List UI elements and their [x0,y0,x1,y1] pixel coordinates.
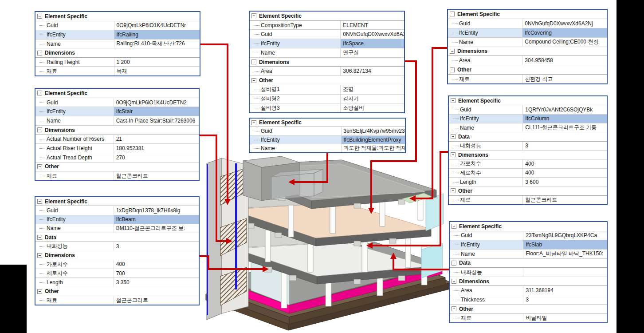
property-row-guid[interactable]: Guid0NVhGufqD0XwvxvXd6A2A2 [250,30,404,39]
section-header-other[interactable]: Other [250,76,404,85]
section-header-dimensions[interactable]: Dimensions [35,126,199,135]
property-row-item[interactable]: 세로치수400 [449,169,607,178]
collapse-minus-icon[interactable] [452,279,456,284]
collapse-minus-icon[interactable] [451,188,456,193]
property-row-ifcentity[interactable]: IfcEntityIfcCovering [448,28,607,38]
section-header-other[interactable]: Other [449,186,607,195]
section-header-element-specific[interactable]: Element Specific [450,222,607,231]
section-header-other[interactable]: Other [450,305,607,314]
collapse-minus-icon[interactable] [452,306,456,311]
property-row-name[interactable]: Name연구실 [250,48,404,58]
section-header-data[interactable]: Data [449,132,607,141]
property-row-guid[interactable]: Guid0O9jQmLkP6iO1K4UcDETNr [35,21,200,31]
property-row-actual-tread-depth[interactable]: Actual Tread Depth270 [35,153,199,163]
property-row-guid[interactable]: Guid1xDgRDqn1378_lk7H6s8ig [35,206,199,215]
property-row-guid[interactable]: Guid23TsmNgBL9GQbrqLXKP4Ca [450,231,607,241]
section-header-other[interactable]: Other [35,287,199,296]
section-header-element-specific[interactable]: Element Specific [448,10,607,19]
property-row-name[interactable]: NameCL111-철근콘크리트구조 기둥 [449,123,607,132]
section-header-element-specific[interactable]: Element Specific [250,119,405,127]
section-header-dimensions[interactable]: Dimensions [35,251,199,260]
collapse-minus-icon[interactable] [37,253,42,258]
property-row-item[interactable]: 내화성능 [450,268,607,277]
collapse-minus-icon[interactable] [37,164,42,169]
collapse-minus-icon[interactable] [37,91,42,95]
property-row-item[interactable]: 재료비닐타일 [450,313,607,322]
section-header-dimensions[interactable]: Dimensions [450,277,607,286]
collapse-minus-icon[interactable] [37,235,42,240]
proxy-wire-box[interactable] [271,169,323,200]
section-header-dimensions[interactable]: Dimensions [250,58,404,67]
section-header-element-specific[interactable]: Element Specific [35,197,199,206]
section-header-dimensions[interactable]: Dimensions [448,47,607,56]
collapse-minus-icon[interactable] [451,152,456,157]
property-row-length[interactable]: Length3 350 [35,278,199,287]
property-row-compositiontype[interactable]: CompositionTypeELEMENT [250,21,404,30]
building-3d-model[interactable] [206,156,452,330]
property-row-thickness[interactable]: Thickness3 [450,295,607,305]
section-header-data[interactable]: Data [450,259,607,268]
collapse-minus-icon[interactable] [37,14,42,19]
section-header-other[interactable]: Other [35,163,199,172]
property-row-name[interactable]: NameFloor:A_비닐타일 바닥_THK150: [450,250,607,259]
property-row-area[interactable]: Area306.827134 [250,67,404,76]
section-header-element-specific[interactable]: Element Specific [35,12,200,21]
property-row-guid[interactable]: Guid0O9jQmLkP6iO1K4UcDETN2 [35,98,199,107]
property-row-item[interactable]: 내화성능3 [449,142,607,151]
collapse-minus-icon[interactable] [37,127,42,132]
property-row-length[interactable]: Length3 600 [449,178,607,186]
property-row-guid[interactable]: Guid1QRfYr0JvANf2C6SOjQYBk [449,105,607,114]
property-row-item[interactable]: 가로치수400 [35,260,199,269]
property-row-name[interactable]: NameCompound Ceiling:CE000-천장 [448,38,607,47]
property-row-ifcentity[interactable]: IfcEntityIfcStair [35,107,199,116]
property-row-ifcentity[interactable]: IfcEntityIfcRailing [35,30,200,40]
collapse-minus-icon[interactable] [37,51,42,56]
property-row-item[interactable]: 재료철근콘크리트 [35,171,199,180]
property-row-ifcentity[interactable]: IfcEntityIfcSpace [250,39,404,48]
property-row-area[interactable]: Area304.958458 [448,56,607,65]
collapse-minus-icon[interactable] [251,78,256,83]
property-row-name[interactable]: NameBM110-철근콘크리트구조 보: [35,224,199,233]
collapse-minus-icon[interactable] [452,261,456,266]
collapse-minus-icon[interactable] [251,13,256,18]
property-row-ifcentity[interactable]: IfcEntityIfcBuildingElementProxy [250,136,405,144]
collapse-minus-icon[interactable] [451,98,456,103]
property-row-item[interactable]: 세로치수700 [35,269,199,278]
property-row-actual-riser-height[interactable]: Actual Riser Height180.952381 [35,144,199,153]
property-row-railing-height[interactable]: Railing Height1 200 [35,58,200,67]
property-row-item[interactable]: 재료목재 [35,67,200,75]
property-row-ifcentity[interactable]: IfcEntityIfcBeam [35,215,199,224]
property-row-area[interactable]: Area311.368194 [450,286,607,295]
section-header-element-specific[interactable]: Element Specific [449,96,607,105]
property-row-name[interactable]: NameCast-In-Place Stair:Stair:7263006 [35,116,199,126]
property-row-3[interactable]: 설비명3소방설비 [250,103,404,112]
section-header-other[interactable]: Other [448,65,607,75]
property-row-item[interactable]: 재료철근콘크리트 [449,196,607,204]
collapse-minus-icon[interactable] [450,67,455,72]
section-header-dimensions[interactable]: Dimensions [35,48,200,58]
collapse-minus-icon[interactable] [37,199,42,204]
collapse-minus-icon[interactable] [451,134,456,139]
property-row-name[interactable]: Name과도한 적재물:과도한 적재( [250,144,405,152]
property-row-item[interactable]: 내화성능3 [35,242,199,251]
collapse-minus-icon[interactable] [251,120,256,125]
collapse-minus-icon[interactable] [450,12,455,16]
collapse-minus-icon[interactable] [251,59,256,64]
property-row-item[interactable]: 재료친환경 석고 [448,75,607,83]
collapse-minus-icon[interactable] [450,49,455,54]
collapse-minus-icon[interactable] [452,224,456,229]
section-header-element-specific[interactable]: Element Specific [250,12,404,21]
section-header-element-specific[interactable]: Element Specific [35,89,199,98]
property-row-guid[interactable]: Guid0NVhGufqD0XwvxvXd6A2Nj [448,19,607,28]
property-row-item[interactable]: 가로치수400 [449,159,607,168]
property-row-guid[interactable]: Guid3enSEIjLr4Kvp7w95mv23s [250,127,405,135]
property-row-ifcentity[interactable]: IfcEntityIfcSlab [450,240,607,250]
property-row-2[interactable]: 설비명2감지기 [250,95,404,104]
section-header-data[interactable]: Data [35,233,199,242]
property-row-1[interactable]: 설비명1조명 [250,85,404,95]
property-row-actual-number-of-risers[interactable]: Actual Number of Risers21 [35,135,199,144]
collapse-minus-icon[interactable] [37,289,42,294]
property-row-ifcentity[interactable]: IfcEntityIfcColumn [449,115,607,123]
property-row-name[interactable]: NameRailing:RL410-목재 난간:726 [35,40,200,49]
property-row-item[interactable]: 재료철근콘크리트 [35,296,199,305]
